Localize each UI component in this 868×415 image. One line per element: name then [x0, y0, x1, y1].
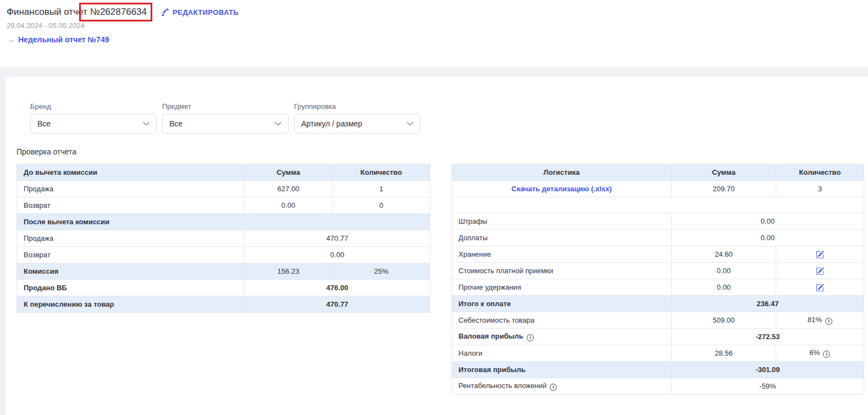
- spacer-row: [452, 197, 864, 213]
- spacer-cell: [452, 197, 864, 213]
- edit-other-deductions-button[interactable]: [816, 284, 824, 292]
- pencil-square-icon: [816, 284, 824, 292]
- row-qty: 3: [776, 181, 864, 197]
- table-row: К перечислению за товар 470.77: [17, 296, 430, 313]
- table-row: Валовая прибыльi -272.53: [452, 329, 864, 345]
- brand-select-value: Все: [37, 119, 51, 128]
- row-label: Рентабельность вложенийi: [452, 378, 672, 395]
- row-sum: 627.00: [245, 181, 333, 197]
- table-row: Комиссия 156.23 25%: [17, 263, 430, 280]
- info-icon[interactable]: i: [527, 334, 534, 341]
- row-sum: -301.09: [672, 362, 864, 378]
- row-sum: 470.77: [245, 230, 430, 247]
- row-qty: 25%: [333, 263, 430, 280]
- info-icon[interactable]: i: [825, 318, 832, 325]
- table-row: Продажа 470.77: [17, 230, 430, 247]
- page-header: Финансовый отчет №262876634 РЕДАКТИРОВАТ…: [7, 7, 239, 44]
- row-sum: 0.00: [672, 279, 776, 296]
- edit-paid-acceptance-button[interactable]: [816, 267, 824, 275]
- before-commission-table: До вычета комиссии Сумма Количество Прод…: [16, 164, 430, 313]
- table-row: Прочие удержания 0.00: [452, 279, 864, 296]
- grouping-select[interactable]: Артикул / размер: [294, 114, 421, 134]
- table-header-row: До вычета комиссии Сумма Количество: [17, 164, 430, 181]
- row-qty: 1: [333, 181, 430, 197]
- arrow-right-icon: →: [7, 35, 15, 44]
- row-label: Валовая прибыльi: [452, 329, 672, 345]
- report-card: Бренд Все Предмет Все: [5, 77, 868, 415]
- row-sum: 156.23: [245, 263, 333, 280]
- subject-select-value: Все: [169, 119, 183, 128]
- subject-select[interactable]: Все: [162, 114, 289, 134]
- row-sum: -59%: [672, 378, 864, 395]
- table-row: Итого к оплате 236.47: [452, 296, 864, 312]
- row-sum: 209.70: [672, 181, 776, 197]
- subject-filter-label: Предмет: [162, 102, 289, 110]
- brand-select[interactable]: Все: [30, 114, 157, 134]
- table-row: Продано ВБ 476.00: [17, 280, 430, 296]
- info-icon[interactable]: i: [823, 351, 830, 358]
- table-row: Рентабельность вложенийi -59%: [452, 378, 864, 395]
- row-sum: 509.00: [672, 312, 776, 329]
- row-qty: 81%i: [776, 312, 864, 329]
- info-icon[interactable]: i: [550, 384, 557, 391]
- filters-bar: Бренд Все Предмет Все: [30, 102, 421, 134]
- download-details-link[interactable]: Скачать детализацию (.xlsx): [511, 185, 612, 193]
- col-header-qty: Количество: [333, 164, 430, 181]
- pencil-square-icon: [816, 251, 824, 259]
- report-number: №262876634: [90, 7, 147, 17]
- row-sum: 0.00: [672, 263, 776, 279]
- table-row: Возврат 0.00: [17, 247, 430, 263]
- row-label: Продажа: [17, 230, 245, 247]
- row-label: К перечислению за товар: [17, 296, 245, 313]
- report-number-wrap: №262876634: [90, 7, 147, 18]
- row-label: Стоимость платной приемки: [452, 263, 672, 279]
- row-label: Возврат: [17, 247, 245, 263]
- grouping-filter-label: Группировка: [294, 102, 421, 110]
- brand-filter-label: Бренд: [30, 102, 157, 110]
- row-label: Возврат: [17, 197, 245, 214]
- table-row: Продажа 627.00 1: [17, 181, 430, 197]
- row-sum: 0.00: [672, 230, 864, 246]
- report-date-range: 29.04.2024 - 05.05.2024: [7, 21, 239, 30]
- edit-report-button[interactable]: РЕДАКТИРОВАТЬ: [161, 8, 239, 16]
- row-qty: 6%i: [776, 345, 864, 362]
- verification-tables: До вычета комиссии Сумма Количество Прод…: [16, 164, 864, 395]
- pencil-icon: [161, 8, 169, 16]
- page-title: Финансовый отчет: [7, 7, 87, 18]
- chevron-down-icon: [143, 121, 150, 126]
- col-header-qty: Количество: [776, 164, 864, 181]
- grouping-filter: Группировка Артикул / размер: [294, 102, 421, 134]
- edit-report-label: РЕДАКТИРОВАТЬ: [173, 8, 239, 16]
- row-label: Штрафы: [452, 213, 672, 230]
- row-sum: 0.00: [672, 213, 864, 230]
- subject-filter: Предмет Все: [162, 102, 289, 134]
- table-row: Возврат 0.00 0: [17, 197, 430, 214]
- chevron-down-icon: [407, 121, 413, 126]
- row-label: Комиссия: [17, 263, 245, 280]
- row-sum: 0.00: [245, 197, 333, 214]
- row-label: Продано ВБ: [17, 280, 245, 296]
- after-commission-section-label: После вычета комиссии: [17, 214, 430, 230]
- row-sum: 0.00: [245, 247, 430, 263]
- table-row: Стоимость платной приемки 0.00: [452, 263, 864, 279]
- section-row: После вычета комиссии: [17, 214, 430, 230]
- row-sum: 24.60: [672, 246, 776, 263]
- row-sum: 476.00: [245, 280, 430, 296]
- table-row: Штрафы 0.00: [452, 213, 864, 230]
- row-sum: -272.53: [672, 329, 864, 345]
- weekly-report-link[interactable]: Недельный отчет №749: [18, 35, 109, 44]
- col-header-sum: Сумма: [245, 164, 333, 181]
- chevron-down-icon: [275, 121, 281, 126]
- row-qty: 0: [333, 197, 430, 214]
- edit-storage-button[interactable]: [816, 251, 824, 259]
- brand-filter: Бренд Все: [30, 102, 157, 134]
- row-label: Продажа: [17, 181, 245, 197]
- row-label: Себестоимость товара: [452, 312, 672, 329]
- pencil-square-icon: [816, 267, 824, 275]
- grouping-select-value: Артикул / размер: [301, 119, 362, 128]
- cost-price-percent: 81%: [808, 316, 822, 324]
- row-label: Прочие удержания: [452, 279, 672, 296]
- table-row: Налоги 28.56 6%i: [452, 345, 864, 362]
- col-header-sum: Сумма: [672, 164, 776, 181]
- row-label: Итого к оплате: [452, 296, 672, 312]
